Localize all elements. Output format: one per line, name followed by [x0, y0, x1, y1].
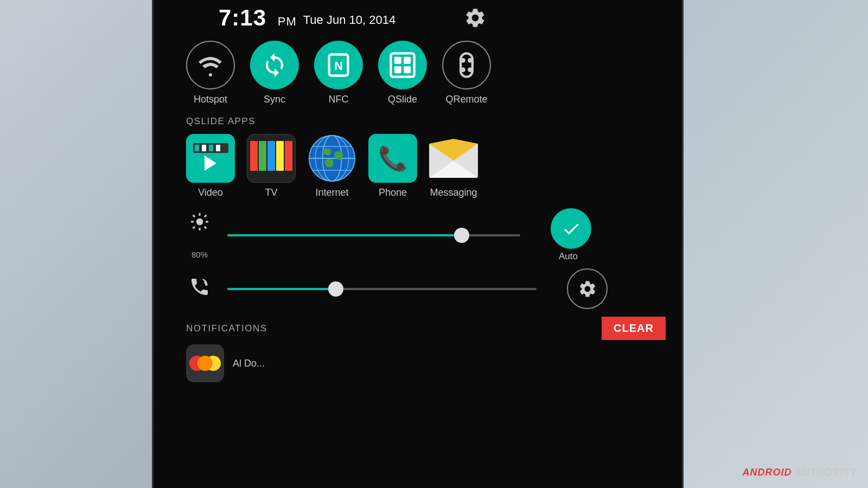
- toggle-hotspot[interactable]: Hotspot: [186, 41, 235, 105]
- toggle-qslide[interactable]: QSlide: [378, 41, 427, 105]
- toggle-nfc[interactable]: N NFC: [314, 41, 363, 105]
- svg-rect-3: [391, 53, 414, 76]
- internet-label: Internet: [315, 187, 348, 198]
- qremote-label: QRemote: [445, 94, 487, 105]
- svg-point-0: [209, 73, 212, 76]
- background-right: [684, 0, 868, 488]
- svg-point-11: [461, 67, 465, 72]
- svg-point-10: [468, 58, 473, 63]
- status-time: 7:13 PM: [219, 5, 297, 31]
- status-bar: 7:13 PM Tue Jun 10, 2014: [154, 0, 682, 30]
- background-left: [0, 0, 152, 488]
- phone-screen: 7:13 PM Tue Jun 10, 2014 Hotspot: [152, 0, 684, 488]
- android-authority-watermark: ANDROID AUTHORITY: [742, 466, 857, 478]
- toggle-sync[interactable]: Sync: [250, 41, 299, 105]
- svg-point-24: [196, 218, 203, 225]
- qslide-label: QSlide: [388, 94, 417, 105]
- svg-rect-5: [404, 57, 411, 64]
- svg-line-30: [205, 226, 206, 228]
- svg-line-31: [205, 215, 206, 216]
- volume-slider-fill: [227, 288, 336, 290]
- volume-slider-track[interactable]: [227, 288, 537, 290]
- sync-label: Sync: [264, 94, 285, 105]
- svg-rect-8: [461, 53, 473, 76]
- app-messaging[interactable]: Messaging: [429, 134, 478, 198]
- qremote-circle: [442, 41, 491, 89]
- phone-label: Phone: [379, 187, 407, 198]
- notification-text: Al Do...: [233, 358, 265, 369]
- brightness-icon-wrapper: 80%: [186, 211, 213, 259]
- auto-brightness-label: Auto: [559, 251, 578, 262]
- nfc-label: NFC: [329, 94, 349, 105]
- svg-text:N: N: [334, 59, 343, 73]
- volume-row: [154, 262, 682, 309]
- notification-icon: [186, 344, 224, 382]
- svg-line-32: [193, 226, 195, 228]
- svg-rect-7: [404, 66, 411, 73]
- brightness-row: 80% Auto: [154, 204, 682, 262]
- notification-row: Al Do...: [154, 344, 682, 382]
- status-date: Tue Jun 10, 2014: [303, 9, 395, 27]
- quick-toggles-row: Hotspot Sync N NFC: [154, 30, 682, 111]
- svg-rect-6: [394, 66, 401, 73]
- app-tv[interactable]: TV: [247, 134, 296, 198]
- messaging-label: Messaging: [430, 187, 477, 198]
- messaging-app-icon: [429, 134, 478, 183]
- app-phone[interactable]: 📞 Phone: [368, 134, 417, 198]
- qslide-circle: [378, 41, 427, 89]
- svg-point-36: [197, 356, 213, 371]
- tv-label: TV: [265, 187, 277, 198]
- status-period: PM: [278, 15, 297, 28]
- hotspot-label: Hotspot: [194, 94, 227, 105]
- brightness-slider-fill: [227, 234, 462, 236]
- video-app-icon: [186, 134, 235, 183]
- svg-rect-4: [394, 57, 401, 64]
- brightness-icon: [186, 211, 213, 236]
- auto-brightness-button[interactable]: [551, 208, 591, 249]
- svg-line-29: [193, 215, 195, 216]
- qslide-apps-row: Video TV: [154, 131, 682, 204]
- svg-point-12: [468, 67, 473, 72]
- svg-point-9: [461, 58, 465, 63]
- settings-gear-icon[interactable]: [464, 7, 487, 29]
- hotspot-circle: [186, 41, 235, 89]
- brightness-slider-thumb[interactable]: [454, 228, 469, 243]
- brightness-slider-wrapper: [222, 234, 526, 236]
- sound-settings-button[interactable]: [567, 268, 608, 309]
- nfc-circle: N: [314, 41, 363, 89]
- notifications-header: NOTIFICATIONS: [186, 323, 267, 334]
- clear-notifications-button[interactable]: CLEAR: [602, 317, 666, 340]
- app-video[interactable]: Video: [186, 134, 235, 198]
- qslide-apps-header: QSLIDE APPS: [154, 111, 682, 131]
- brightness-percentage: 80%: [186, 250, 213, 259]
- phone-app-icon: 📞: [368, 134, 417, 183]
- video-label: Video: [198, 187, 223, 198]
- volume-icon: [186, 276, 213, 301]
- app-internet[interactable]: Internet: [308, 134, 356, 198]
- sync-circle: [250, 41, 299, 89]
- toggle-qremote[interactable]: QRemote: [442, 41, 491, 105]
- brightness-slider-track[interactable]: [227, 234, 520, 236]
- volume-slider-thumb[interactable]: [328, 281, 343, 297]
- tv-app-icon: [247, 134, 296, 183]
- notifications-header-row: NOTIFICATIONS CLEAR: [154, 309, 682, 344]
- internet-app-icon: [308, 134, 356, 183]
